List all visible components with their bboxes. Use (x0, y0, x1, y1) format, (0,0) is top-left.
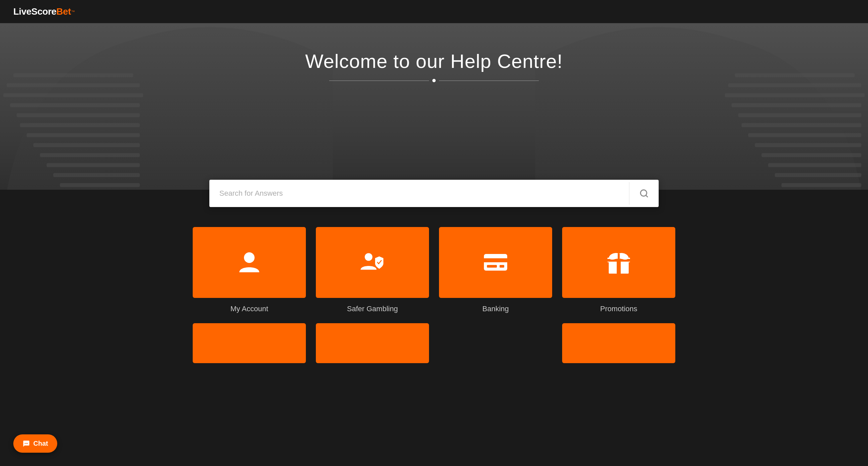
card-icon (482, 249, 509, 276)
card-safer-gambling: Safer Gambling (316, 227, 429, 313)
card-safer-gambling-button[interactable] (316, 227, 429, 298)
svg-rect-16 (725, 93, 865, 97)
svg-rect-3 (3, 93, 143, 97)
svg-line-29 (646, 195, 647, 197)
svg-rect-18 (738, 113, 861, 117)
card-banking: Banking (439, 227, 552, 313)
header: LiveScoreBet™ (0, 0, 868, 23)
svg-rect-11 (53, 173, 140, 177)
card-promotions-label: Promotions (600, 305, 637, 313)
svg-rect-14 (735, 73, 855, 77)
card-promotions: Promotions (562, 227, 675, 313)
stadium-background (0, 23, 868, 190)
svg-rect-33 (484, 258, 507, 262)
search-bar (209, 180, 659, 207)
svg-rect-15 (728, 83, 861, 87)
svg-rect-12 (60, 183, 140, 187)
svg-rect-6 (20, 123, 140, 127)
card-my-account-button[interactable] (193, 227, 306, 298)
card-promotions-button[interactable] (562, 227, 675, 298)
svg-rect-35 (500, 265, 504, 268)
svg-rect-7 (27, 133, 140, 137)
search-container (209, 180, 659, 207)
svg-point-30 (244, 252, 255, 263)
logo-tm: ™ (71, 10, 75, 14)
cards-row-2 (193, 323, 675, 370)
cards-grid: My Account Safer Gambling (193, 227, 675, 313)
svg-rect-43 (618, 254, 620, 260)
svg-rect-17 (732, 103, 861, 107)
svg-rect-34 (487, 265, 497, 268)
svg-rect-8 (33, 143, 140, 147)
hero-divider (305, 79, 563, 82)
logo-text-white: LiveScore (13, 6, 56, 17)
svg-rect-5 (17, 113, 140, 117)
card-banking-label: Banking (482, 305, 509, 313)
logo-text-orange: Bet (56, 6, 71, 17)
card-my-account-label: My Account (230, 305, 268, 313)
search-icon (639, 189, 649, 198)
svg-rect-2 (7, 83, 140, 87)
svg-rect-10 (46, 163, 140, 167)
card-bottom-1[interactable] (193, 323, 306, 363)
shield-person-icon (359, 249, 386, 276)
card-safer-gambling-label: Safer Gambling (347, 305, 398, 313)
svg-rect-24 (775, 173, 861, 177)
svg-point-31 (365, 253, 372, 261)
person-icon (236, 249, 262, 276)
divider-dot (432, 79, 436, 82)
card-bottom-4[interactable] (562, 323, 675, 363)
card-banking-button[interactable] (439, 227, 552, 298)
hero-title: Welcome to our Help Centre! (305, 50, 563, 72)
card-bottom-3[interactable] (439, 323, 552, 363)
svg-rect-21 (755, 143, 861, 147)
hero-section: Welcome to our Help Centre! (0, 23, 868, 190)
cards-section: My Account Safer Gambling (0, 207, 868, 383)
search-button[interactable] (629, 182, 659, 205)
svg-rect-25 (781, 183, 861, 187)
divider-line-left (329, 81, 429, 81)
hero-content: Welcome to our Help Centre! (299, 50, 569, 96)
svg-rect-19 (742, 123, 861, 127)
divider-line-right (439, 81, 539, 81)
svg-rect-23 (768, 163, 861, 167)
logo[interactable]: LiveScoreBet™ (13, 6, 75, 17)
svg-rect-1 (13, 73, 133, 77)
card-my-account: My Account (193, 227, 306, 313)
search-input[interactable] (209, 180, 629, 207)
card-bottom-2[interactable] (316, 323, 429, 363)
svg-rect-20 (748, 133, 861, 137)
svg-rect-9 (40, 153, 140, 157)
svg-rect-22 (762, 153, 861, 157)
svg-rect-4 (10, 103, 140, 107)
gift-icon (606, 249, 632, 276)
